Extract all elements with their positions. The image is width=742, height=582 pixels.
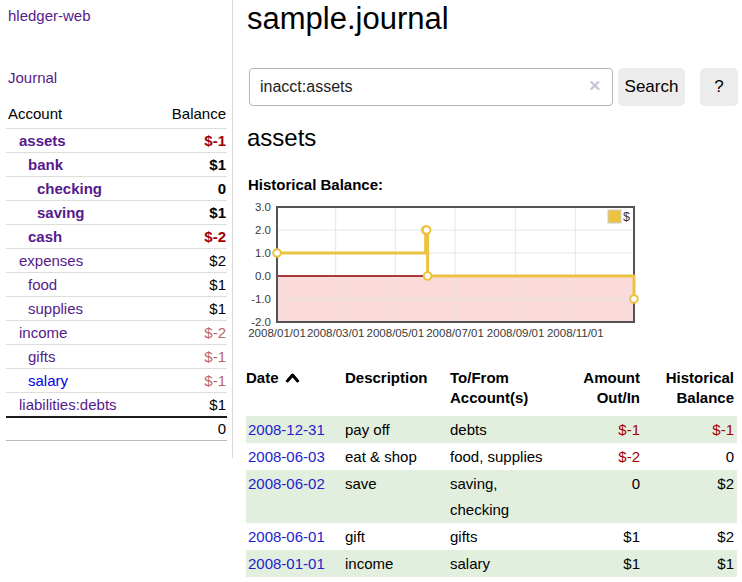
transaction-description: eat & shop [345,443,450,470]
register-table: Date Description To/From Account(s) Amou… [246,362,737,577]
transaction-row: 2008-06-03eat & shopfood, supplies$-20 [246,443,737,470]
x-axis-tick-label: 2008/09/01 [487,327,545,339]
account-row: gifts$-1 [6,345,227,369]
transaction-accounts: food, supplies [450,443,552,470]
account-row: salary$-1 [6,369,227,393]
accounts-total-row: 0 [6,417,227,441]
transaction-date-link[interactable]: 2008-06-01 [248,528,325,545]
balance-col-header-register: Historical Balance [643,362,737,416]
accounts-header-row: Account Balance [6,102,227,129]
transaction-accounts: gifts [450,523,552,550]
account-row: supplies$1 [6,297,227,321]
data-point-marker [423,226,431,234]
transaction-accounts: saving, checking [450,470,552,523]
sidebar-item-journal[interactable]: Journal [8,69,57,86]
accounts-total-balance: 0 [152,417,227,441]
transaction-row: 2008-01-01incomesalary$1$1 [246,550,737,577]
sidebar-account-balance: $1 [152,273,227,297]
clear-search-icon[interactable]: ✕ [588,77,601,95]
brand-link[interactable]: hledger-web [8,7,91,24]
sidebar-account-balance: $1 [152,393,227,417]
legend-label: $ [623,210,630,224]
search-form: ✕ [249,68,613,106]
account-row: food$1 [6,273,227,297]
sidebar-account-balance: 0 [152,177,227,201]
balance-chart: $3.02.01.00.0-1.0-2.02008/01/012008/03/0… [243,202,742,352]
data-point-marker [273,249,281,257]
transaction-description: pay off [345,416,450,443]
help-button[interactable]: ? [700,68,738,106]
account-row: cash$-2 [6,225,227,249]
date-col-header[interactable]: Date [246,362,345,416]
sidebar-account-balance: $1 [152,201,227,225]
x-axis-tick-label: 2008/01/01 [248,327,306,339]
sidebar-account-balance: $1 [152,297,227,321]
data-point-marker [424,272,432,280]
account-row: bank$1 [6,153,227,177]
accounts-col-header: Account [6,102,152,129]
search-button[interactable]: Search [618,68,685,106]
x-axis-tick-label: 2008/03/01 [307,327,365,339]
chart-title: Historical Balance: [248,176,383,193]
transaction-accounts: salary [450,550,552,577]
account-heading: assets [247,124,316,152]
balance-col-header: Balance [152,102,227,129]
account-row: assets$-1 [6,129,227,153]
account-row: checking0 [6,177,227,201]
accounts-col-header-register: To/From Account(s) [450,362,552,416]
transaction-date-link[interactable]: 2008-01-01 [248,555,325,572]
sidebar-account-link[interactable]: bank [6,156,63,173]
transaction-amount: $1 [552,523,643,550]
transaction-row: 2008-12-31pay offdebts$-1$-1 [246,416,737,443]
sort-ascending-icon [285,372,300,383]
transaction-date-link[interactable]: 2008-12-31 [248,421,325,438]
sidebar-account-link[interactable]: saving [6,204,85,221]
sidebar-account-link[interactable]: food [6,276,57,293]
accounts-total-spacer [6,417,152,441]
account-row: expenses$2 [6,249,227,273]
sidebar-account-link[interactable]: supplies [6,300,83,317]
transaction-balance: $2 [643,470,737,523]
sidebar-accounts-body: assets$-1bank$1checking0saving$1cash$-2e… [6,129,227,417]
sidebar-account-link[interactable]: salary [6,372,68,389]
sidebar-account-link[interactable]: cash [6,228,62,245]
account-row: income$-2 [6,321,227,345]
transaction-description: gift [345,523,450,550]
sidebar-account-link[interactable]: liabilities:debts [6,396,117,413]
x-axis-tick-label: 2008/05/01 [367,327,425,339]
transaction-balance: $-1 [643,416,737,443]
legend-swatch [608,210,621,223]
transaction-amount: $1 [552,550,643,577]
sidebar-account-link[interactable]: checking [6,180,102,197]
transaction-amount: $-1 [552,416,643,443]
y-axis-tick-label: 0.0 [255,270,271,282]
sidebar-account-balance: $-2 [152,225,227,249]
sidebar-account-link[interactable]: gifts [6,348,56,365]
sidebar-account-balance: $-1 [152,345,227,369]
transaction-balance: 0 [643,443,737,470]
y-axis-tick-label: 3.0 [255,202,271,213]
transaction-description: save [345,470,450,523]
page-title: sample.journal [247,1,449,37]
y-axis-tick-label: 2.0 [255,224,271,236]
sidebar-account-link[interactable]: income [6,324,67,341]
sidebar-account-link[interactable]: assets [6,132,66,149]
transaction-description: income [345,550,450,577]
account-row: liabilities:debts$1 [6,393,227,417]
x-axis-tick-label: 2008/07/01 [426,327,484,339]
sidebar-account-link[interactable]: expenses [6,252,83,269]
sidebar-accounts-table: Account Balance assets$-1bank$1checking0… [6,102,227,441]
transaction-balance: $2 [643,523,737,550]
register-body: 2008-12-31pay offdebts$-1$-12008-06-03ea… [246,416,737,577]
register-header-row: Date Description To/From Account(s) Amou… [246,362,737,416]
search-input[interactable] [249,68,613,106]
transaction-date-link[interactable]: 2008-06-03 [248,448,325,465]
transaction-date-link[interactable]: 2008-06-02 [248,475,325,492]
data-point-marker [630,295,638,303]
sidebar: hledger-web Journal Account Balance asse… [0,0,233,458]
transaction-row: 2008-06-02savesaving, checking0$2 [246,470,737,523]
transaction-amount: $-2 [552,443,643,470]
sidebar-account-balance: $-2 [152,321,227,345]
description-col-header: Description [345,362,450,416]
transaction-accounts: debts [450,416,552,443]
